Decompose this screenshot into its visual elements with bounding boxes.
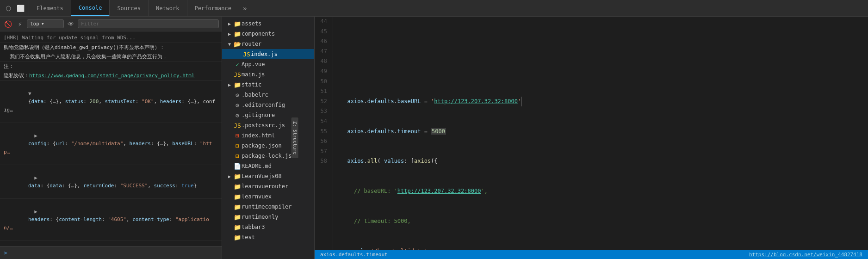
filter-icon[interactable]: 👁 [66,19,76,29]
context-select[interactable]: top ▾ [27,19,64,28]
console-toolbar: 🚫 ⚡ top ▾ 👁 [0,17,222,31]
expand-arrow: ▶ [226,82,233,87]
csdn-link[interactable]: https://blog.csdn.net/weixin_44827418 [749,252,862,258]
tree-item-label: components [242,31,275,37]
tree-item-label: .postcssrc.js [242,122,285,129]
code-line-50: // timeout: 5000, [341,216,861,227]
devtools-icon-group: ⬡ ⬜ [0,0,29,16]
sidebar-item-router[interactable]: ▼ 📂 router [222,39,314,49]
file-tree-panel: ▶ 📁 assets ▶ 📁 components ▼ 📂 router JS … [222,17,315,259]
preserve-log-button[interactable]: ⚡ [15,19,25,29]
js-file-icon: JS [242,51,251,58]
sidebar-item-package-json[interactable]: ⊟ package.json [222,141,314,151]
code-line-48: axios.all( values: [axios({ [341,156,861,166]
folder-icon: 📁 [233,173,242,180]
console-output[interactable]: [HMR] Waiting for update signal from WDS… [0,31,222,246]
config-file-icon: ⚙ [233,102,242,109]
tree-item-label: package.json [242,142,282,149]
sidebar-item-index-html[interactable]: ⊞ index.html [222,130,314,141]
folder-icon: 📁 [233,224,242,231]
expand-arrow: ▶ [226,174,233,179]
tab-performance[interactable]: Performance [187,0,239,16]
tree-item-label: LearnVuejs08 [242,173,282,179]
sidebar-item-gitignore[interactable]: ⚙ .gitignore [222,110,314,120]
tree-item-label: README.md [242,163,272,169]
sidebar-item-learnvuerouter[interactable]: 📁 learnvuerouter [222,181,314,191]
code-line-45 [341,67,861,77]
status-url: https://blog.csdn.net/weixin_44827418 [749,252,862,258]
line-number: 55 [318,127,327,137]
line-number: 58 [318,156,327,166]
file-icon: 📄 [233,163,242,170]
config-file-icon: ⚙ [233,92,242,99]
code-line-47: axios.defaults.timeout = 5000 [341,127,861,137]
tab-console[interactable]: Console [71,0,110,16]
sidebar-item-assets[interactable]: ▶ 📁 assets [222,18,314,29]
sidebar-item-test[interactable]: 📁 test [222,232,314,242]
line-number: 56 [318,136,327,147]
tab-bar: ⬡ ⬜ Elements Console Sources Network Per… [0,0,868,17]
sidebar-item-tabbar3[interactable]: 📁 tabbar3 [222,222,314,232]
main-area: 🚫 ⚡ top ▾ 👁 [HMR] Waiting for update sig… [0,17,868,259]
config-file-icon: ⚙ [233,112,242,119]
tree-item-label: main.js [242,71,265,78]
tree-item-label: .babelrc [242,92,268,98]
sidebar-item-editorconfig[interactable]: ⚙ .editorconfig [222,100,314,110]
sidebar-item-components[interactable]: ▶ 📁 components [222,29,314,39]
console-input-bar: > [0,246,222,259]
tab-network[interactable]: Network [149,0,187,16]
filter-input[interactable] [78,19,219,28]
structure-tab[interactable]: Z: Structure [291,117,298,158]
console-input[interactable] [9,250,218,256]
code-line-51: url: '/home/multidata' [341,247,861,250]
list-item: ▶ headers: {content-length: "4605", cont… [0,199,222,241]
sidebar-item-learnvuejs08[interactable]: ▶ 📁 LearnVuejs08 [222,171,314,181]
sidebar-item-runtimecompiler[interactable]: 📁 runtimecompiler [222,202,314,212]
list-item: ▶ data: {data: {…}, returnCode: "SUCCESS… [0,165,222,199]
json-file-icon: ⊟ [233,142,242,149]
privacy-link[interactable]: https://www.gwdang.com/static_page/priva… [29,73,195,79]
console-panel: 🚫 ⚡ top ▾ 👁 [HMR] Waiting for update sig… [0,17,222,259]
code-line-46: axios.defaults.baseURL = 'http://123.207… [341,97,861,107]
more-tabs-icon[interactable]: » [239,5,250,12]
tree-item-label: App.vue [242,61,265,68]
line-number: 50 [318,77,327,87]
clear-console-button[interactable]: 🚫 [3,19,13,29]
device-icon[interactable]: ⬜ [16,4,25,13]
list-item: 隐私协议：https://www.gwdang.com/static_page/… [0,71,222,81]
folder-icon: 📁 [233,214,242,221]
code-editor[interactable]: axios.defaults.baseURL = 'http://123.207… [333,17,868,250]
folder-icon: 📁 [233,183,242,190]
line-number: 48 [318,56,327,67]
sidebar-item-main-js[interactable]: JS main.js [222,69,314,80]
inspect-icon[interactable]: ⬡ [4,4,13,13]
tree-item-label: runtimecompiler [242,204,291,210]
tab-sources[interactable]: Sources [110,0,149,16]
sidebar-item-app-vue[interactable]: ✓ App.vue [222,59,314,69]
list-item: ▼ {data: {…}, status: 200, statusText: "… [0,81,222,123]
sidebar-item-postcssrc[interactable]: JS .postcssrc.js [222,120,314,130]
js-file-icon: JS [233,122,242,129]
code-content: 44 45 46 47 48 49 50 51 52 53 54 55 56 5… [315,17,868,250]
expand-arrow[interactable]: ▼ [28,91,31,97]
expand-arrow[interactable]: ▶ [34,133,37,139]
line-numbers: 44 45 46 47 48 49 50 51 52 53 54 55 56 5… [315,17,333,250]
tree-item-label: tabbar3 [242,224,265,230]
sidebar-item-index-js[interactable]: JS index.js [222,49,314,59]
sidebar-item-readme[interactable]: 📄 README.md [222,161,314,171]
tree-item-label: static [242,81,261,88]
tab-elements[interactable]: Elements [29,0,71,16]
expand-arrow[interactable]: ▶ [34,175,37,181]
expand-arrow[interactable]: ▶ [34,209,37,215]
vue-file-icon: ✓ [233,61,242,68]
sidebar-item-static[interactable]: ▶ 📁 static [222,80,314,90]
sidebar-item-package-lock[interactable]: ⊟ package-lock.js… [222,151,314,161]
sidebar-item-babelrc[interactable]: ⚙ .babelrc [222,90,314,100]
code-panel: 44 45 46 47 48 49 50 51 52 53 54 55 56 5… [315,17,868,259]
json-file-icon: ⊟ [233,153,242,160]
sidebar-item-runtimeonly[interactable]: 📁 runtimeonly [222,212,314,222]
code-line-44 [341,37,861,47]
sidebar-item-learnvuex[interactable]: 📁 learnvuex [222,191,314,202]
list-item: 购物党隐私说明（键入disable_gwd_privacy()不再显示本声明）： [0,43,222,53]
html-file-icon: ⊞ [233,132,242,139]
